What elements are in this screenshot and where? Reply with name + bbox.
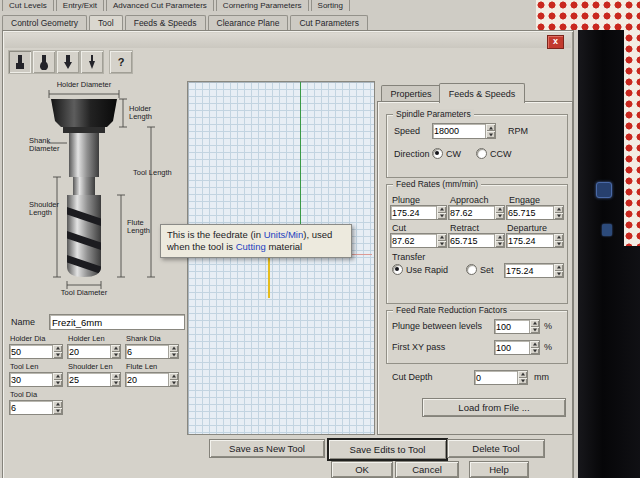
- plunge-input[interactable]: [391, 206, 436, 219]
- tab-sorting[interactable]: Sorting: [311, 0, 350, 11]
- retract-input[interactable]: [449, 234, 494, 247]
- approach-spin[interactable]: [448, 205, 505, 220]
- tool-preview-canvas[interactable]: [187, 81, 375, 435]
- spin-down-button[interactable]: [437, 213, 446, 220]
- spin-down-button[interactable]: [111, 380, 120, 387]
- departure-spin[interactable]: [506, 233, 564, 248]
- spin-down-button[interactable]: [486, 131, 495, 138]
- tool-dia-spin[interactable]: [9, 400, 63, 415]
- tab-advanced-cut-parameters[interactable]: Advanced Cut Parameters: [106, 0, 214, 11]
- holder-dia-spin[interactable]: [9, 344, 63, 359]
- tab-entry-exit[interactable]: Entry/Exit: [56, 0, 104, 11]
- drill-tool-button[interactable]: [80, 50, 104, 74]
- tool-dia-input[interactable]: [10, 401, 52, 414]
- direction-ccw-radio[interactable]: CCW: [476, 148, 512, 159]
- plunge-between-levels-spin[interactable]: [494, 319, 540, 334]
- spin-down-button[interactable]: [530, 327, 539, 334]
- tab-cornering-parameters[interactable]: Cornering Parameters: [216, 0, 309, 11]
- spin-down-button[interactable]: [53, 408, 62, 415]
- context-help-button[interactable]: ?: [109, 50, 133, 74]
- spin-down-button[interactable]: [111, 352, 120, 359]
- spin-down-button[interactable]: [169, 380, 178, 387]
- direction-label: Direction: [394, 149, 430, 159]
- transfer-set-radio[interactable]: Set: [466, 264, 494, 275]
- spin-down-button[interactable]: [53, 352, 62, 359]
- retract-spin[interactable]: [448, 233, 505, 248]
- shoulder-len-input[interactable]: [68, 373, 110, 386]
- tool-len-label: Tool Len: [10, 363, 38, 371]
- help-button[interactable]: Help: [469, 461, 529, 478]
- transfer-set-input[interactable]: [505, 264, 553, 277]
- engage-input[interactable]: [507, 206, 553, 219]
- cancel-button[interactable]: Cancel: [395, 461, 459, 478]
- flat-endmill-tool-button[interactable]: [8, 50, 32, 74]
- spin-down-button[interactable]: [169, 352, 178, 359]
- tab-feeds-speeds[interactable]: Feeds & Speeds: [125, 15, 206, 30]
- tab-clearance-plane[interactable]: Clearance Plane: [208, 15, 289, 30]
- shoulder-length-label: Shoulder Length: [29, 201, 71, 217]
- flat-endmill-icon: [12, 54, 28, 70]
- tab-properties[interactable]: Properties: [381, 85, 441, 102]
- holder-len-spin[interactable]: [67, 344, 121, 359]
- tab-cut-parameters[interactable]: Cut Parameters: [290, 15, 368, 30]
- spin-down-button[interactable]: [554, 241, 563, 248]
- holder-length-label: Holder Length: [129, 105, 175, 121]
- speed-input[interactable]: [433, 124, 485, 138]
- first-xy-pass-spin[interactable]: [494, 340, 540, 355]
- shoulder-len-spin[interactable]: [67, 372, 121, 387]
- spin-down-button[interactable]: [530, 348, 539, 355]
- transfer-set-spin[interactable]: [504, 263, 564, 278]
- percent-label: %: [544, 321, 552, 331]
- flute-len-input[interactable]: [126, 373, 168, 386]
- vbit-tool-button[interactable]: [56, 50, 80, 74]
- radio-dot-icon: [392, 264, 403, 275]
- tool-len-input[interactable]: [10, 373, 52, 386]
- speed-spin[interactable]: [432, 123, 496, 139]
- spin-down-button[interactable]: [437, 241, 446, 248]
- plunge-spin[interactable]: [390, 205, 447, 220]
- spin-down-button[interactable]: [554, 213, 563, 220]
- plunge-between-levels-input[interactable]: [495, 320, 529, 333]
- cut-depth-spin[interactable]: [474, 370, 528, 385]
- tooltip-text: This is the feedrate (in: [167, 229, 264, 240]
- tab-feeds-and-speeds[interactable]: Feeds & Speeds: [439, 83, 525, 103]
- spin-down-button[interactable]: [554, 271, 563, 278]
- close-icon[interactable]: x: [547, 35, 564, 49]
- percent-label: %: [544, 342, 552, 352]
- approach-input[interactable]: [449, 206, 494, 219]
- holder-len-label: Holder Len: [68, 335, 105, 343]
- flute-len-spin[interactable]: [125, 372, 179, 387]
- delete-tool-button[interactable]: Delete Tool: [447, 439, 545, 458]
- transfer-use-rapid-radio[interactable]: Use Rapid: [392, 264, 448, 275]
- dialog-titlebar[interactable]: x: [5, 33, 571, 48]
- shank-dia-input[interactable]: [126, 345, 168, 358]
- transfer-label: Transfer: [392, 252, 425, 262]
- tab-control-geometry[interactable]: Control Geometry: [2, 15, 87, 30]
- tool-len-spin[interactable]: [9, 372, 63, 387]
- tool-name-input[interactable]: [52, 315, 182, 329]
- engage-spin[interactable]: [506, 205, 564, 220]
- load-from-file-button[interactable]: Load from File ...: [422, 398, 566, 417]
- save-edits-to-tool-button[interactable]: Save Edits to Tool: [327, 438, 448, 461]
- ok-button[interactable]: OK: [331, 461, 393, 478]
- spin-up-button[interactable]: [486, 124, 495, 131]
- cut-spin[interactable]: [390, 233, 447, 248]
- ballnose-tool-button[interactable]: [32, 50, 56, 74]
- save-as-new-tool-button[interactable]: Save as New Tool: [209, 439, 325, 458]
- cut-depth-input[interactable]: [475, 371, 517, 384]
- holder-dia-input[interactable]: [10, 345, 52, 358]
- departure-input[interactable]: [507, 234, 553, 247]
- spin-down-button[interactable]: [53, 380, 62, 387]
- holder-len-input[interactable]: [68, 345, 110, 358]
- shank-diameter-label: Shank Diameter: [29, 137, 67, 153]
- spin-down-button[interactable]: [518, 378, 527, 385]
- spin-down-button[interactable]: [495, 241, 504, 248]
- spin-down-button[interactable]: [495, 213, 504, 220]
- tab-tool[interactable]: Tool: [89, 15, 123, 30]
- tab-cut-levels[interactable]: Cut Levels: [2, 0, 54, 11]
- shank-dia-spin[interactable]: [125, 344, 179, 359]
- cut-input[interactable]: [391, 234, 436, 247]
- first-xy-pass-input[interactable]: [495, 341, 529, 354]
- direction-cw-radio[interactable]: CW: [432, 148, 461, 159]
- tool-name-field[interactable]: [49, 314, 185, 330]
